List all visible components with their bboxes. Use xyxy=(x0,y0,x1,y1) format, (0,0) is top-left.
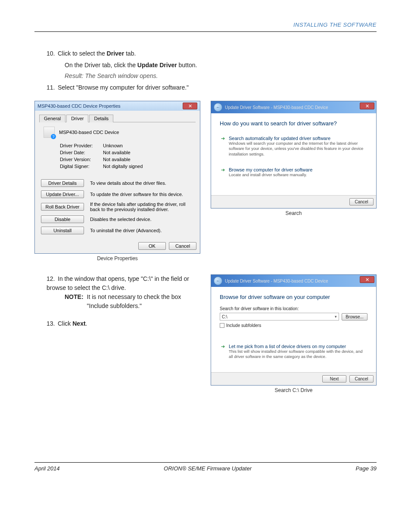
next-button[interactable]: Next xyxy=(322,375,346,383)
pick-from-list-option[interactable]: Let me pick from a list of device driver… xyxy=(220,341,367,363)
close-icon[interactable]: ✕ xyxy=(360,103,374,109)
dialog-title: Update Driver Software - MSP430-based CD… xyxy=(225,105,374,110)
dialog-title: MSP430-based CDC Device Properties xyxy=(37,103,121,109)
tab-general[interactable]: General xyxy=(39,115,65,122)
instruction-list-2: 12.In the window that opens, type "C:\" … xyxy=(34,274,200,328)
driver-details-button[interactable]: Driver Details xyxy=(41,179,84,187)
tab-driver[interactable]: Driver xyxy=(66,115,88,122)
search-wizard-dialog: ← Update Driver Software - MSP430-based … xyxy=(211,101,377,208)
back-icon[interactable]: ← xyxy=(214,277,222,285)
figure-caption: Device Properties xyxy=(34,255,200,261)
close-icon[interactable]: ✕ xyxy=(183,103,197,109)
footer-date: April 2014 xyxy=(34,465,60,472)
device-icon xyxy=(44,127,55,138)
tab-bar: General Driver Details xyxy=(39,114,196,122)
wizard-heading: How do you want to search for driver sof… xyxy=(220,120,367,127)
step-12: 12.In the window that opens, type "C:\" … xyxy=(47,274,200,311)
ok-button[interactable]: OK xyxy=(138,242,166,250)
cancel-button[interactable]: Cancel xyxy=(349,198,374,205)
include-subfolders-checkbox[interactable]: Include subfolders xyxy=(220,323,367,328)
disable-button[interactable]: Disable xyxy=(41,215,84,223)
step-11: 11.Select "Browse my computer for driver… xyxy=(47,83,377,92)
chevron-down-icon: ▾ xyxy=(335,314,337,319)
instruction-list: 10.Click to select the Driver tab. On th… xyxy=(34,49,377,92)
step-10: 10.Click to select the Driver tab. On th… xyxy=(47,49,377,81)
footer-title: ORION® SE/ME Firmware Updater xyxy=(164,465,252,472)
rollback-driver-button[interactable]: Roll Back Driver xyxy=(41,203,84,211)
cancel-button[interactable]: Cancel xyxy=(349,375,374,383)
dialog-title: Update Driver Software - MSP430-based CD… xyxy=(225,279,374,283)
section-header: INSTALLING THE SOFTWARE xyxy=(34,22,377,32)
wizard-heading: Browse for driver software on your compu… xyxy=(220,294,367,300)
update-driver-button[interactable]: Update Driver... xyxy=(41,190,84,198)
cancel-button[interactable]: Cancel xyxy=(169,242,196,250)
figure-caption: Search xyxy=(211,210,377,216)
footer-page: Page 39 xyxy=(356,465,377,472)
device-name: MSP430-based CDC Device xyxy=(59,130,119,135)
browse-option[interactable]: Browse my computer for driver software L… xyxy=(220,164,367,180)
back-icon[interactable]: ← xyxy=(214,103,222,112)
figure-caption: Search C:\ Drive xyxy=(211,387,377,393)
checkbox-icon xyxy=(220,323,224,328)
tab-details[interactable]: Details xyxy=(89,115,113,122)
page-footer: April 2014 ORION® SE/ME Firmware Updater… xyxy=(34,462,377,472)
note-label: NOTE: xyxy=(65,292,84,311)
location-label: Search for driver software in this locat… xyxy=(220,306,367,311)
browse-button[interactable]: Browse... xyxy=(342,313,367,320)
device-properties-dialog: MSP430-based CDC Device Properties ✕ Gen… xyxy=(34,101,200,254)
note-text: It is not necessary to check the box "In… xyxy=(87,292,200,311)
search-auto-option[interactable]: Search automatically for updated driver … xyxy=(220,133,367,160)
close-icon[interactable]: ✕ xyxy=(360,276,374,283)
step-13: 13.Click Next. xyxy=(47,319,200,328)
path-combo[interactable]: C:\ ▾ xyxy=(220,313,339,320)
browse-wizard-dialog: ← Update Driver Software - MSP430-based … xyxy=(211,274,377,386)
uninstall-button[interactable]: Uninstall xyxy=(41,227,84,234)
